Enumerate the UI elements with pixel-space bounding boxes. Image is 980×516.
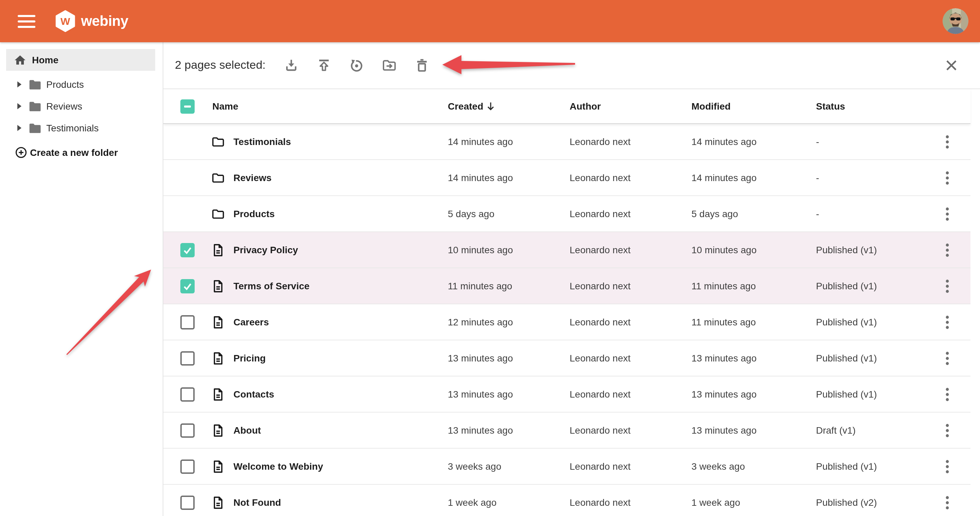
row-menu-button[interactable]	[935, 346, 959, 370]
row-status: Published (v1)	[816, 280, 931, 291]
row-menu-button[interactable]	[935, 202, 959, 226]
row-created: 13 minutes ago	[448, 389, 570, 400]
row-name[interactable]: Not Found	[234, 497, 281, 508]
kebab-icon	[945, 279, 950, 293]
sidebar-item-testimonials[interactable]: Testimonials	[0, 117, 163, 139]
table-row[interactable]: Contacts 13 minutes ago Leonardo next 13…	[163, 376, 970, 412]
row-status: Published (v1)	[816, 317, 931, 327]
folder-icon	[29, 122, 41, 134]
table-row[interactable]: Privacy Policy 10 minutes ago Leonardo n…	[163, 232, 970, 268]
row-name[interactable]: Pricing	[234, 353, 266, 363]
sidebar-item-reviews[interactable]: Reviews	[0, 95, 163, 117]
move-to-folder-button[interactable]	[373, 52, 406, 79]
row-checkbox[interactable]	[180, 351, 195, 365]
row-status: Published (v1)	[816, 244, 931, 255]
row-menu-button[interactable]	[935, 454, 959, 479]
table-row[interactable]: Not Found 1 week ago Leonardo next 1 wee…	[163, 485, 970, 516]
create-new-folder-button[interactable]: Create a new folder	[0, 142, 163, 163]
row-menu-button[interactable]	[935, 310, 959, 334]
row-name[interactable]: Reviews	[234, 172, 272, 183]
chevron-right-icon[interactable]	[17, 81, 22, 88]
chevron-right-icon[interactable]	[17, 103, 22, 110]
row-menu-button[interactable]	[935, 382, 959, 406]
row-name[interactable]: Privacy Policy	[234, 244, 298, 255]
table-row[interactable]: Pricing 13 minutes ago Leonardo next 13 …	[163, 340, 970, 376]
row-menu-button[interactable]	[935, 166, 959, 190]
row-checkbox[interactable]	[180, 315, 195, 329]
page-list-panel: 2 pages selected:	[163, 42, 980, 516]
selected-count-text: 2 pages selected:	[175, 59, 266, 72]
table-row[interactable]: Reviews 14 minutes ago Leonardo next 14 …	[163, 160, 970, 196]
row-created: 13 minutes ago	[448, 425, 570, 436]
chevron-right-icon[interactable]	[17, 124, 22, 131]
column-header-name[interactable]: Name	[212, 101, 238, 111]
column-header-status[interactable]: Status	[816, 101, 845, 111]
row-created: 3 weeks ago	[448, 461, 570, 472]
row-status: Published (v1)	[816, 389, 931, 400]
kebab-icon	[945, 134, 950, 149]
row-menu-button[interactable]	[935, 274, 959, 298]
row-checkbox[interactable]	[180, 279, 195, 293]
document-icon	[211, 243, 225, 257]
sidebar-item-products[interactable]: Products	[0, 73, 163, 95]
home-icon	[14, 53, 27, 66]
bulk-actions-toolbar: 2 pages selected:	[163, 42, 980, 89]
row-name[interactable]: About	[234, 425, 261, 436]
kebab-icon	[945, 315, 950, 329]
kebab-icon	[945, 423, 950, 437]
row-name[interactable]: Welcome to Webiny	[234, 461, 323, 472]
create-folder-label: Create a new folder	[30, 147, 118, 158]
document-icon	[211, 351, 225, 365]
sidebar-home-label: Home	[32, 54, 59, 65]
table-row[interactable]: Products 5 days ago Leonardo next 5 days…	[163, 196, 970, 232]
row-name[interactable]: Products	[234, 208, 275, 219]
publish-button[interactable]	[308, 52, 340, 79]
row-menu-button[interactable]	[935, 418, 959, 443]
row-created: 1 week ago	[448, 497, 570, 508]
table-row[interactable]: Testimonials 14 minutes ago Leonardo nex…	[163, 124, 970, 160]
sidebar-item-home[interactable]: Home	[6, 49, 155, 71]
unpublish-button[interactable]	[340, 52, 373, 79]
delete-button[interactable]	[406, 52, 439, 79]
row-checkbox[interactable]	[180, 459, 195, 473]
download-button[interactable]	[275, 52, 308, 79]
folder-icon	[211, 207, 225, 221]
document-icon	[211, 279, 225, 293]
table-row[interactable]: Careers 12 minutes ago Leonardo next 11 …	[163, 304, 970, 340]
row-menu-button[interactable]	[935, 490, 959, 514]
row-name[interactable]: Testimonials	[234, 136, 291, 147]
kebab-icon	[945, 243, 950, 257]
row-modified: 13 minutes ago	[692, 425, 816, 436]
row-menu-button[interactable]	[935, 237, 959, 262]
menu-icon[interactable]	[18, 14, 35, 27]
row-checkbox[interactable]	[180, 423, 195, 437]
close-selection-button[interactable]	[942, 56, 961, 75]
row-status: -	[816, 208, 931, 219]
webiny-logo[interactable]: W webiny	[55, 10, 128, 32]
folder-icon	[211, 134, 225, 149]
row-checkbox[interactable]	[180, 495, 195, 510]
row-name[interactable]: Careers	[234, 317, 269, 327]
column-header-author[interactable]: Author	[570, 101, 601, 111]
table-row[interactable]: Welcome to Webiny 3 weeks ago Leonardo n…	[163, 449, 970, 485]
row-menu-button[interactable]	[935, 129, 959, 154]
table-row[interactable]: Terms of Service 11 minutes ago Leonardo…	[163, 268, 970, 304]
publish-icon	[316, 57, 332, 73]
top-app-bar: W webiny	[0, 0, 980, 42]
row-name[interactable]: Contacts	[234, 389, 274, 400]
user-avatar[interactable]	[943, 8, 969, 34]
row-modified: 3 weeks ago	[692, 461, 816, 472]
row-author: Leonardo next	[570, 244, 692, 255]
row-created: 10 minutes ago	[448, 244, 570, 255]
row-author: Leonardo next	[570, 497, 692, 508]
row-checkbox[interactable]	[180, 387, 195, 401]
column-header-modified[interactable]: Modified	[692, 101, 730, 111]
column-header-created[interactable]: Created	[448, 101, 483, 111]
row-created: 13 minutes ago	[448, 353, 570, 363]
sort-desc-icon[interactable]	[487, 102, 495, 111]
row-name[interactable]: Terms of Service	[234, 280, 310, 291]
select-all-checkbox[interactable]	[180, 99, 195, 113]
row-status: Published (v1)	[816, 353, 931, 363]
row-checkbox[interactable]	[180, 243, 195, 257]
table-row[interactable]: About 13 minutes ago Leonardo next 13 mi…	[163, 412, 970, 449]
